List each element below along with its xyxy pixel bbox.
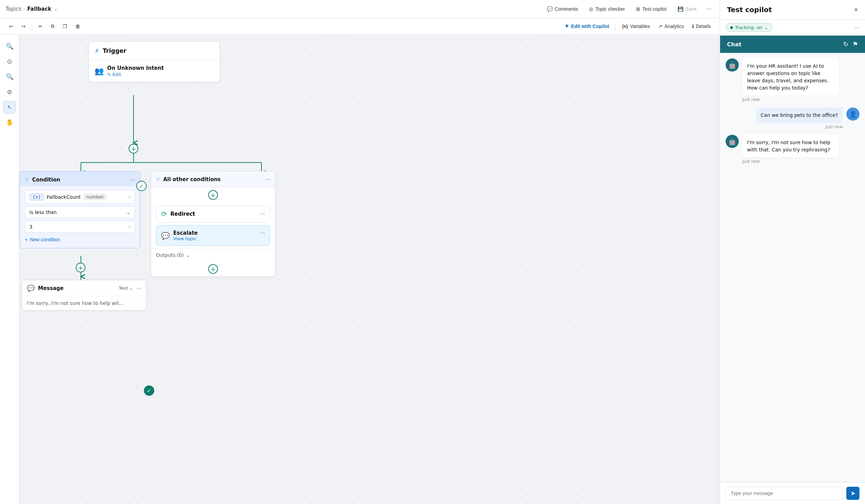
plus-icon: + xyxy=(131,145,136,152)
paste-icon: ❐ xyxy=(63,24,67,29)
add-button-after-other[interactable]: + xyxy=(208,264,218,274)
cut-button[interactable]: ✂ xyxy=(35,21,46,31)
analytics-icon: ↗ xyxy=(658,24,662,29)
condition-operator-select[interactable]: is less than ⌄ xyxy=(25,206,135,218)
var-badge: {x} xyxy=(29,193,44,200)
panel-close-button[interactable]: × xyxy=(854,6,858,14)
tracking-badge[interactable]: Tracking: on ⌄ xyxy=(726,23,773,32)
escalate-node[interactable]: 💬 Escalate View topic ··· xyxy=(156,225,270,246)
topic-checker-icon: ◎ xyxy=(589,6,593,12)
message-text: I'm sorry, I'm not sure how to help wit.… xyxy=(27,300,123,306)
cut-icon: ✂ xyxy=(38,24,43,29)
edit-with-copilot-button[interactable]: ✦ Edit with Copilot xyxy=(561,21,613,31)
zoom-in-button[interactable]: 🔍 xyxy=(3,40,16,53)
edit-pen-icon: ✎ xyxy=(107,72,111,77)
redo-button[interactable]: ↪ xyxy=(18,21,29,31)
delete-button[interactable]: 🗑 xyxy=(72,21,84,31)
toolbar-separator2 xyxy=(615,22,616,30)
chat-flag-button[interactable]: ⚑ xyxy=(853,40,858,48)
target-button[interactable]: ⊙ xyxy=(3,55,16,68)
copy-button[interactable]: ⧉ xyxy=(47,21,58,31)
topic-checker-button[interactable]: ◎ Topic checker xyxy=(585,4,629,14)
condition-body: {x} FallbackCount number › is less than … xyxy=(20,186,140,248)
escalate-content: Escalate View topic xyxy=(173,230,257,241)
escalate-more-button[interactable]: ··· xyxy=(260,230,265,236)
breadcrumb-dropdown-icon[interactable]: ⌄ xyxy=(54,7,57,11)
message-more-button[interactable]: ··· xyxy=(137,285,141,291)
details-label: Details xyxy=(696,24,711,29)
message-type-selector[interactable]: Text ⌄ xyxy=(119,286,133,291)
topnav-more-button[interactable]: ··· xyxy=(703,3,714,15)
outputs-row[interactable]: Outputs (0) ⌄ xyxy=(151,249,275,261)
message-header: 💬 Message Text ⌄ ··· xyxy=(22,280,146,296)
new-condition-button[interactable]: + New condition xyxy=(25,235,60,244)
trigger-body: 👥 On Unknown Intent ✎ Edit xyxy=(89,60,220,82)
comments-label: Comments xyxy=(555,6,578,12)
condition-node: ⑂ Condition ··· {x} FallbackCount number… xyxy=(19,171,140,249)
condition-more-button[interactable]: ··· xyxy=(130,177,135,183)
add-after-other-area: + xyxy=(151,261,275,277)
operator-label: is less than xyxy=(29,209,57,215)
cursor-tool-button[interactable]: ↖ xyxy=(3,101,16,113)
bot-avatar-2: 🤖 xyxy=(726,135,739,148)
hand-tool-button[interactable]: ✋ xyxy=(3,116,16,129)
condition-var-row[interactable]: {x} FallbackCount number › xyxy=(25,190,135,204)
user-avatar-1: 👤 xyxy=(846,108,859,121)
copy-icon: ⧉ xyxy=(51,23,54,29)
redirect-node[interactable]: ⟳ Redirect ··· xyxy=(156,205,270,223)
no-tool-button[interactable]: ⊘ xyxy=(3,86,16,98)
outputs-label: Outputs (0) xyxy=(156,252,184,258)
new-condition-label: New condition xyxy=(30,237,60,242)
redirect-more-button[interactable]: ··· xyxy=(260,211,265,217)
chat-input-area: ➤ xyxy=(720,482,865,504)
details-button[interactable]: ℹ Details xyxy=(689,21,714,31)
other-more-button[interactable]: ··· xyxy=(266,176,270,183)
breadcrumb: Topics › Fallback ⌄ xyxy=(6,6,57,12)
other-add-area: + xyxy=(151,187,275,203)
bot-avatar-1: 🤖 xyxy=(726,58,739,72)
chat-send-button[interactable]: ➤ xyxy=(846,487,859,500)
add-button-other[interactable]: + xyxy=(208,190,218,200)
plus-icon-after-other: + xyxy=(210,265,215,273)
trigger-title: Trigger xyxy=(103,47,126,54)
panel-more-button[interactable]: ··· xyxy=(855,25,859,31)
undo-button[interactable]: ↩ xyxy=(6,21,17,31)
paste-button[interactable]: ❐ xyxy=(59,21,71,31)
panel-header: Test copilot × xyxy=(720,0,865,20)
analytics-button[interactable]: ↗ Analytics xyxy=(655,21,687,31)
trigger-body-title: On Unknown Intent xyxy=(107,65,214,71)
zoom-out-button[interactable]: 🔍 xyxy=(3,71,16,83)
view-topic-link[interactable]: View topic xyxy=(173,236,257,241)
bot-bubble-2-container: I'm sorry, I'm not sure how to help with… xyxy=(742,135,839,164)
undo-icon: ↩ xyxy=(9,24,13,29)
message-type-chevron-icon: ⌄ xyxy=(129,286,133,291)
test-copilot-button[interactable]: ⊞ Test copilot xyxy=(632,4,671,14)
add-button-above-message[interactable]: + xyxy=(76,263,85,272)
redirect-icon: ⟳ xyxy=(161,210,167,218)
delete-icon: 🗑 xyxy=(75,24,80,29)
plus-icon-msg: + xyxy=(78,264,83,271)
bot-bubble-2: I'm sorry, I'm not sure how to help with… xyxy=(742,135,839,158)
user-icon-1: 👤 xyxy=(849,111,857,118)
condition-value-row[interactable]: 3 › xyxy=(25,221,135,233)
trigger-node: ⚡ Trigger 👥 On Unknown Intent ✎ Edit xyxy=(89,41,220,82)
trigger-edit-link[interactable]: ✎ Edit xyxy=(107,72,214,77)
all-other-node: ⑂ All other conditions ··· + ⟳ Redirect xyxy=(151,171,275,277)
comments-button[interactable]: 💬 Comments xyxy=(543,4,582,14)
user-bubble-1-container: Can we bring pets to the office? Just no… xyxy=(756,108,843,129)
breadcrumb-topics-link[interactable]: Topics xyxy=(6,6,21,12)
bot-msg-1-text: I'm your HR assitant! I use AI to answer… xyxy=(747,63,828,91)
save-button[interactable]: 💾 Save xyxy=(673,4,701,14)
variables-icon: {x} xyxy=(622,24,628,29)
chat-refresh-button[interactable]: ↻ xyxy=(843,40,848,48)
tracking-dot xyxy=(730,26,733,29)
canvas-inner: ⚡ Trigger 👥 On Unknown Intent ✎ Edit xyxy=(19,35,365,346)
add-button-after-trigger[interactable]: + xyxy=(129,144,138,153)
operator-dropdown-icon: ⌄ xyxy=(126,209,130,215)
chat-input[interactable] xyxy=(726,487,843,500)
variables-button[interactable]: {x} Variables xyxy=(618,21,653,31)
trigger-icon: ⚡ xyxy=(94,47,99,55)
user-bubble-1: Can we bring pets to the office? xyxy=(756,108,843,123)
save-icon: 💾 xyxy=(678,6,683,12)
other-title: All other conditions xyxy=(163,176,262,183)
